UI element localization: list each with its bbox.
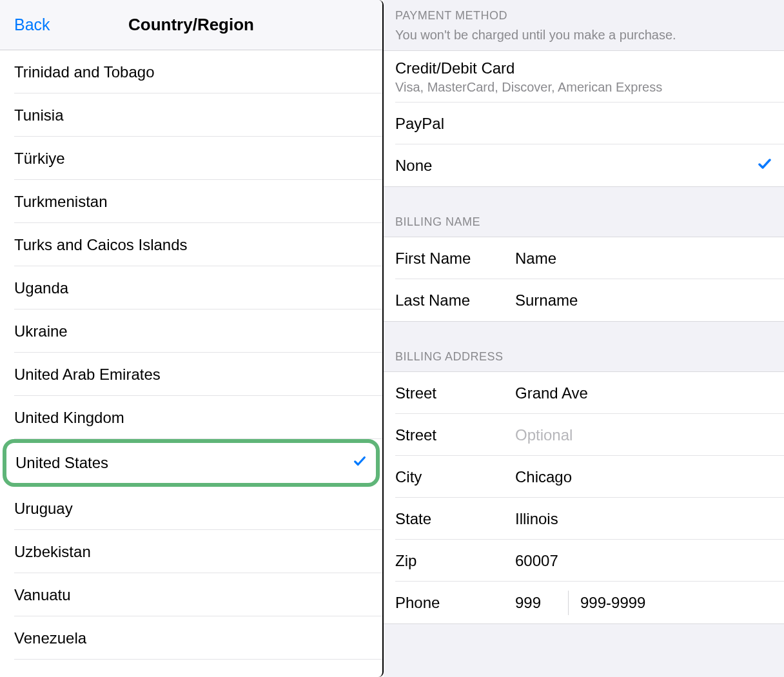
country-item[interactable]: Vanuatu — [0, 573, 382, 616]
country-region-panel: Back Country/Region Trinidad and TobagoT… — [0, 0, 384, 677]
billing-address-row[interactable]: StreetGrand Ave — [384, 372, 784, 414]
field-value[interactable]: 60007 — [515, 552, 772, 570]
country-label: United Kingdom — [14, 409, 124, 427]
section-title: BILLING NAME — [395, 215, 772, 229]
billing-name-row[interactable]: First NameName — [384, 237, 784, 279]
field-value[interactable]: Illinois — [515, 510, 772, 528]
field-value[interactable]: Grand Ave — [515, 384, 772, 402]
payment-method-options: Credit/Debit CardVisa, MasterCard, Disco… — [384, 50, 784, 187]
billing-name-fields: First NameNameLast NameSurname — [384, 237, 784, 322]
country-item[interactable]: Türkiye — [0, 137, 382, 180]
payment-method-header: PAYMENT METHOD You won't be charged unti… — [384, 0, 784, 50]
account-details-panel: PAYMENT METHOD You won't be charged unti… — [384, 0, 784, 677]
billing-address-row[interactable]: StateIllinois — [384, 498, 784, 540]
country-item[interactable]: Trinidad and Tobago — [0, 50, 382, 93]
country-item[interactable]: United Arab Emirates — [0, 353, 382, 396]
payment-option-label: PayPal — [395, 115, 444, 133]
country-label: Uzbekistan — [14, 543, 91, 561]
country-label: Vanuatu — [14, 586, 71, 604]
country-label: Trinidad and Tobago — [14, 63, 155, 81]
billing-address-row[interactable]: Zip60007 — [384, 540, 784, 582]
field-value[interactable]: Chicago — [515, 468, 772, 486]
billing-address-row[interactable]: StreetOptional — [384, 414, 784, 456]
billing-name-row[interactable]: Last NameSurname — [384, 279, 784, 321]
country-label: Türkiye — [14, 150, 65, 168]
country-item[interactable]: Uganda — [0, 266, 382, 309]
country-item[interactable]: Turks and Caicos Islands — [0, 223, 382, 266]
billing-address-row[interactable]: CityChicago — [384, 456, 784, 498]
country-item[interactable]: Venezuela — [0, 616, 382, 660]
field-label: Street — [395, 384, 515, 402]
phone-input[interactable]: 999999-9999 — [515, 591, 772, 615]
field-label: Last Name — [395, 291, 515, 309]
section-title: PAYMENT METHOD — [395, 9, 772, 23]
country-label: Uruguay — [14, 500, 73, 518]
field-label: Phone — [395, 594, 515, 612]
payment-note: You won't be charged until you make a pu… — [395, 28, 772, 43]
country-label: United Arab Emirates — [14, 366, 161, 384]
billing-phone-row[interactable]: Phone999999-9999 — [384, 582, 784, 623]
country-item[interactable]: Uruguay — [0, 487, 382, 530]
country-item[interactable]: Uzbekistan — [0, 530, 382, 573]
country-item[interactable]: Tunisia — [0, 93, 382, 137]
check-icon — [757, 156, 772, 175]
page-title: Country/Region — [128, 15, 254, 35]
country-label: Venezuela — [14, 629, 86, 647]
billing-address-header: BILLING ADDRESS — [384, 322, 784, 371]
country-label: United States — [15, 454, 108, 472]
field-label: Zip — [395, 552, 515, 570]
payment-option[interactable]: None — [384, 144, 784, 186]
phone-number[interactable]: 999-9999 — [580, 594, 645, 612]
divider — [568, 591, 569, 615]
back-button[interactable]: Back — [14, 15, 50, 34]
payment-option-sub: Visa, MasterCard, Discover, American Exp… — [395, 80, 662, 95]
field-placeholder[interactable]: Optional — [515, 426, 772, 444]
phone-area-code[interactable]: 999 — [515, 594, 568, 612]
country-label: Tunisia — [14, 106, 63, 124]
country-item[interactable]: Ukraine — [0, 309, 382, 353]
payment-option-label: Credit/Debit Card — [395, 59, 514, 77]
country-label: Turks and Caicos Islands — [14, 236, 188, 254]
country-label: Uganda — [14, 279, 68, 297]
highlighted-country: United States — [3, 439, 380, 487]
country-label: Turkmenistan — [14, 193, 108, 211]
country-list: Trinidad and TobagoTunisiaTürkiyeTurkmen… — [0, 50, 382, 660]
country-item[interactable]: United Kingdom — [0, 396, 382, 439]
nav-header: Back Country/Region — [0, 0, 382, 50]
payment-option-label: None — [395, 157, 432, 175]
field-label: Street — [395, 426, 515, 444]
country-item[interactable]: United States — [6, 443, 376, 483]
field-value[interactable]: Name — [515, 250, 772, 268]
billing-address-fields: StreetGrand AveStreetOptionalCityChicago… — [384, 371, 784, 624]
country-label: Ukraine — [14, 322, 68, 340]
field-label: City — [395, 468, 515, 486]
section-title: BILLING ADDRESS — [395, 350, 772, 364]
field-label: State — [395, 510, 515, 528]
field-label: First Name — [395, 250, 515, 268]
field-value[interactable]: Surname — [515, 291, 772, 309]
payment-option[interactable]: Credit/Debit CardVisa, MasterCard, Disco… — [384, 51, 784, 103]
country-item[interactable]: Turkmenistan — [0, 180, 382, 223]
billing-name-header: BILLING NAME — [384, 187, 784, 237]
payment-option[interactable]: PayPal — [384, 103, 784, 144]
check-icon — [353, 454, 367, 472]
